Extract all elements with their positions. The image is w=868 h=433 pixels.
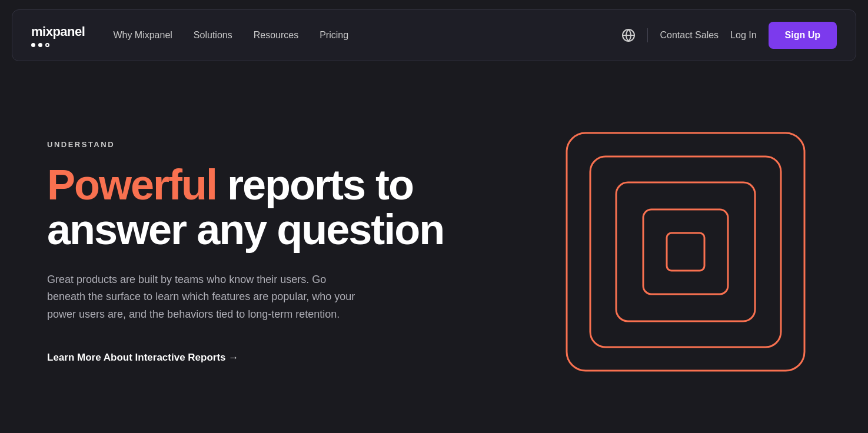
nav-links: Why Mixpanel Solutions Resources Pricing [113, 30, 348, 41]
globe-icon[interactable] [621, 28, 636, 42]
description-text: Great products are built by teams who kn… [47, 271, 365, 324]
nav-link-why-mixpanel[interactable]: Why Mixpanel [113, 30, 172, 40]
nav-item-why-mixpanel[interactable]: Why Mixpanel [113, 30, 172, 41]
nav-left: mixpanel Why Mixpanel Solutions Resource… [31, 24, 348, 47]
nav-link-solutions[interactable]: Solutions [194, 30, 232, 40]
main-content: UNDERSTAND Powerful reports toanswer any… [0, 71, 868, 433]
svg-rect-2 [567, 133, 804, 371]
logo[interactable]: mixpanel [31, 24, 85, 47]
svg-rect-5 [643, 209, 728, 294]
eyebrow-label: UNDERSTAND [47, 140, 473, 149]
contact-sales-link[interactable]: Contact Sales [660, 30, 719, 41]
headline-accent: Powerful [47, 161, 217, 208]
nav-item-solutions[interactable]: Solutions [194, 30, 232, 41]
graphic-section [473, 128, 821, 375]
logo-dot-1 [31, 43, 35, 47]
learn-more-link[interactable]: Learn More About Interactive Reports → [47, 352, 238, 364]
logo-dot-2 [38, 43, 42, 47]
nested-squares-svg [562, 128, 809, 375]
nav-right: Contact Sales Log In Sign Up [621, 22, 837, 49]
logo-text: mixpanel [31, 24, 85, 39]
text-section: UNDERSTAND Powerful reports toanswer any… [47, 140, 473, 363]
logo-dots [31, 43, 49, 47]
svg-rect-6 [667, 233, 704, 271]
nav-link-resources[interactable]: Resources [254, 30, 298, 40]
nav-item-pricing[interactable]: Pricing [320, 30, 348, 41]
nav-link-pricing[interactable]: Pricing [320, 30, 348, 40]
svg-rect-4 [616, 182, 755, 321]
logo-dot-3 [45, 43, 49, 47]
headline: Powerful reports toanswer any question [47, 163, 473, 252]
navbar: mixpanel Why Mixpanel Solutions Resource… [12, 9, 856, 61]
signup-button[interactable]: Sign Up [769, 22, 837, 49]
nested-squares-graphic [562, 128, 809, 375]
nav-item-resources[interactable]: Resources [254, 30, 298, 41]
nav-divider [647, 28, 648, 42]
login-link[interactable]: Log In [730, 30, 756, 41]
svg-rect-3 [590, 156, 781, 347]
